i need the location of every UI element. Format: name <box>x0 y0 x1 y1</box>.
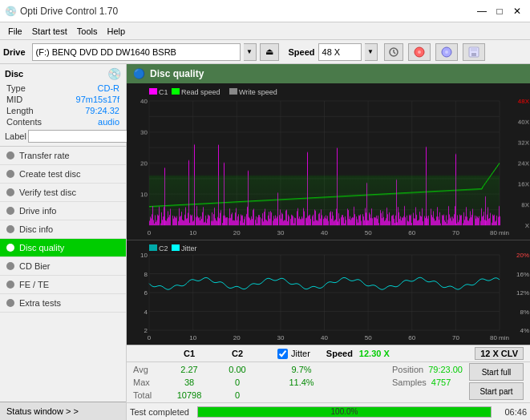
start-full-button[interactable]: Start full <box>469 363 524 381</box>
contents-label: Contents <box>6 117 55 127</box>
sidebar-dot <box>6 170 14 178</box>
speed-display: 12 X CLV <box>475 347 524 360</box>
app-icon: 💿 <box>5 6 17 17</box>
start-part-button[interactable]: Start part <box>469 382 524 400</box>
sidebar-label-create-test-disc: Create test disc <box>19 169 80 179</box>
minimize-button[interactable]: — <box>474 3 490 19</box>
total-jitter-value <box>277 389 326 402</box>
app-title: Opti Drive Control 1.70 <box>20 6 118 17</box>
sidebar-label-disc-quality: Disc quality <box>19 243 64 252</box>
svg-rect-6 <box>471 47 477 51</box>
disc-section: Disc 💿 Type CD-R MID 97m15s17f Length 79… <box>0 64 126 147</box>
position-value: 79:23.00 <box>428 363 463 376</box>
main-area: Disc 💿 Type CD-R MID 97m15s17f Length 79… <box>0 64 530 420</box>
sidebar-dot <box>6 188 14 196</box>
sidebar-item-extra-tests[interactable]: Extra tests <box>0 294 126 313</box>
status-window-button[interactable]: Status window > > <box>0 402 126 420</box>
quality-header: 🔵 Disc quality <box>127 64 530 83</box>
speed-apply-button[interactable] <box>384 43 403 61</box>
menu-bar: File Start test Tools Help <box>0 22 530 40</box>
sidebar-dot <box>6 299 14 307</box>
label-input[interactable] <box>28 130 135 143</box>
disc-info-table: Type CD-R MID 97m15s17f Length 79:24.32 … <box>5 82 121 128</box>
maximize-button[interactable]: □ <box>492 3 508 19</box>
menu-file[interactable]: File <box>3 26 27 37</box>
sidebar-dot <box>6 151 14 160</box>
speed-select[interactable]: 48 X <box>318 43 362 61</box>
label-row: Label 🔍 <box>5 130 121 143</box>
samples-value: 4757 <box>431 376 451 389</box>
eject-button[interactable]: ⏏ <box>260 43 279 61</box>
length-label: Length <box>6 106 55 115</box>
progress-percent: 100.0% <box>198 407 491 417</box>
contents-value: audio <box>56 117 119 127</box>
type-value: CD-R <box>56 83 119 93</box>
title-bar: 💿 Opti Drive Control 1.70 — □ ✕ <box>0 0 530 22</box>
position-label: Position <box>392 363 423 376</box>
sidebar-label-drive-info: Drive info <box>19 206 56 216</box>
max-jitter-value: 11.4% <box>277 376 326 389</box>
sidebar-item-fe-te[interactable]: FE / TE <box>0 276 126 294</box>
length-row: Length 79:24.32 <box>6 106 119 115</box>
mid-value: 97m15s17f <box>56 95 119 104</box>
title-left: 💿 Opti Drive Control 1.70 <box>5 6 118 17</box>
sidebar-label-cd-bier: CD Bier <box>19 261 51 271</box>
title-controls: — □ ✕ <box>474 3 525 19</box>
total-c2-value: 0 <box>213 389 261 402</box>
avg-c1-value: 2.27 <box>165 363 213 376</box>
status-text: Test completed <box>130 407 194 417</box>
speed-label: Speed <box>289 47 315 57</box>
close-button[interactable]: ✕ <box>509 3 525 19</box>
svg-rect-7 <box>471 53 476 56</box>
type-label: Type <box>6 83 55 93</box>
chart1-speed <box>127 83 530 240</box>
speed-value: 48 X <box>322 47 341 57</box>
avg-row-label: Avg <box>133 363 165 376</box>
length-value: 79:24.32 <box>56 106 119 115</box>
sidebar-label-extra-tests: Extra tests <box>19 298 61 308</box>
burn-icon-button[interactable] <box>408 43 431 61</box>
max-c1-value: 38 <box>165 376 213 389</box>
speed-stat-value: 12.30 X <box>359 349 390 358</box>
max-row-label: Max <box>133 376 165 389</box>
sidebar-item-cd-bier[interactable]: CD Bier <box>0 257 126 276</box>
sidebar-dot <box>6 207 14 215</box>
elapsed-time: 06:46 <box>495 407 527 417</box>
menu-tools[interactable]: Tools <box>72 26 103 37</box>
quality-icon: 🔵 <box>133 68 145 79</box>
sidebar-item-drive-info[interactable]: Drive info <box>0 202 126 220</box>
sidebar-item-create-test-disc[interactable]: Create test disc <box>0 165 126 184</box>
drive-label: Drive <box>3 47 26 57</box>
drive-select[interactable]: (F:) BENQ DVD DD DW1640 BSRB <box>32 43 241 61</box>
disc-icon-button[interactable] <box>435 43 458 61</box>
sidebar-item-transfer-rate[interactable]: Transfer rate <box>0 147 126 165</box>
disc-section-title: Disc <box>5 69 23 79</box>
content-area: 🔵 Disc quality C1 C2 Jitter <box>127 64 530 420</box>
jitter-checkbox[interactable] <box>277 349 288 359</box>
speed-chart-canvas <box>127 83 530 240</box>
sidebar-label-disc-info: Disc info <box>19 224 53 234</box>
total-row-label: Total <box>133 389 165 402</box>
type-row: Type CD-R <box>6 83 119 93</box>
progress-bar-area: Test completed 100.0% 06:46 <box>127 402 530 420</box>
charts-area <box>127 83 530 345</box>
drive-select-arrow[interactable]: ▼ <box>244 43 257 61</box>
avg-jitter-value: 9.7% <box>277 363 326 376</box>
speed-select-arrow[interactable]: ▼ <box>365 43 378 61</box>
sidebar-item-disc-quality[interactable]: Disc quality <box>0 239 126 257</box>
label-label: Label <box>5 131 26 141</box>
save-button[interactable] <box>463 43 485 61</box>
quality-title: Disc quality <box>150 68 204 79</box>
sidebar-item-disc-info[interactable]: Disc info <box>0 220 126 239</box>
jitter-header-label: Jitter <box>291 349 310 358</box>
contents-row: Contents audio <box>6 117 119 127</box>
svg-point-4 <box>445 50 448 54</box>
sidebar-dot <box>6 244 14 252</box>
c2-header: C2 <box>213 349 261 358</box>
menu-help[interactable]: Help <box>102 26 130 37</box>
progress-bar: 100.0% <box>197 406 492 418</box>
speed-stat-label: Speed <box>326 349 353 358</box>
bottom-area: C1 C2 Jitter Speed 12.30 X 12 X CLV Avg … <box>127 345 530 402</box>
sidebar-item-verify-test-disc[interactable]: Verify test disc <box>0 184 126 202</box>
menu-start-test[interactable]: Start test <box>27 26 72 37</box>
